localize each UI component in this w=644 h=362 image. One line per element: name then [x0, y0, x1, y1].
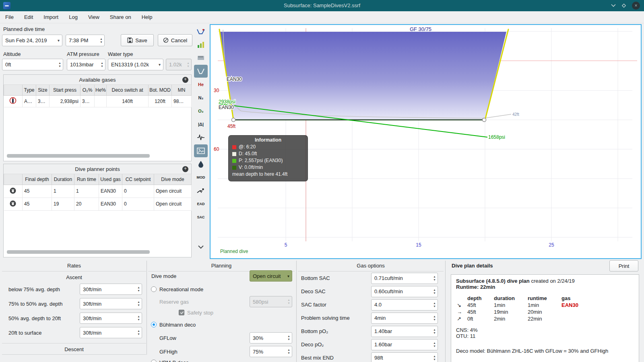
print-button[interactable]: Print — [609, 260, 638, 272]
dive-mode-combo[interactable]: Open circuit ▾ — [250, 270, 292, 282]
gas-size[interactable]: 3… — [36, 95, 50, 107]
profile-handle[interactable] — [232, 118, 235, 122]
gases-header[interactable]: Start press — [50, 85, 80, 95]
point-mode[interactable]: Open circuit — [154, 197, 192, 210]
deco-sac-spinner[interactable]: 0.60cuft/min▴▾ — [371, 286, 438, 297]
photos-icon[interactable] — [194, 144, 208, 157]
profile-handle[interactable] — [483, 118, 486, 122]
oxygen-graph-icon[interactable]: O₂ — [194, 105, 208, 117]
splitter-handle[interactable] — [147, 261, 147, 355]
menu-view[interactable]: View — [83, 14, 105, 20]
gases-header[interactable]: He% — [95, 85, 107, 95]
gas-o2[interactable]: 3… — [80, 95, 95, 107]
gases-header[interactable]: MN — [172, 85, 192, 95]
gases-header[interactable]: Bot. MOD — [149, 85, 172, 95]
points-header[interactable]: Final depth — [23, 174, 52, 185]
menu-import[interactable]: Import — [38, 14, 64, 20]
point-runtime[interactable]: 1 — [74, 185, 99, 197]
points-header[interactable]: Duration — [52, 174, 74, 185]
menu-share-on[interactable]: Share on — [105, 14, 136, 20]
water-type-combo[interactable]: EN13319 (1.02k ▾ — [108, 59, 163, 70]
gas-deco-switch[interactable]: 140ft — [107, 95, 149, 107]
dive-computer-icon[interactable] — [194, 25, 208, 38]
gas-bot-mod[interactable]: 120ft — [149, 95, 172, 107]
date-combo[interactable]: Sun Feb 24, 2019 ▾ — [2, 35, 62, 46]
collapse-chevron-icon[interactable] — [194, 241, 208, 253]
gases-header[interactable]: Size — [36, 85, 50, 95]
rate-spinner[interactable]: 30ft/min▴▾ — [80, 298, 142, 309]
bottom-sac-spinner[interactable]: 0.71cuft/min▴▾ — [371, 273, 438, 284]
point-depth[interactable]: 45 — [23, 185, 52, 197]
rate-spinner[interactable]: 30ft/min▴▾ — [80, 313, 142, 324]
dive-profile-chart[interactable]: GF 30/75 30 60 5 15 25 EAN30 2938psi EAN… — [210, 24, 642, 259]
gases-header[interactable]: Type — [23, 85, 36, 95]
rate-spinner[interactable]: 30ft/min▴▾ — [80, 284, 142, 295]
gas-type[interactable]: A… — [23, 95, 36, 107]
menu-help[interactable]: Help — [136, 14, 158, 20]
gas-start-press[interactable]: 2,938psi — [50, 95, 80, 107]
cylinder-icon[interactable] — [9, 97, 17, 104]
add-point-button[interactable]: + — [182, 166, 188, 172]
points-hscrollbar[interactable] — [7, 250, 150, 254]
gases-hscrollbar[interactable] — [7, 154, 150, 158]
altitude-spinner[interactable]: 0ft ▴▾ — [2, 59, 63, 70]
point-gas[interactable]: EAN30 — [99, 185, 122, 197]
vpmb-deco-radio[interactable] — [151, 360, 157, 362]
menu-file[interactable]: File — [0, 14, 19, 20]
gases-header[interactable]: Deco switch at — [107, 85, 149, 95]
planner-point-row[interactable]: 45 1 1 EAN30 0 Open circuit — [4, 185, 192, 197]
sac-icon[interactable]: SAC — [194, 211, 208, 224]
cancel-button[interactable]: Cancel — [158, 34, 192, 46]
sac-factor-spinner[interactable]: 4.0▴▾ — [371, 299, 438, 311]
ead-icon[interactable]: EAD — [194, 197, 208, 210]
splitter-handle[interactable] — [296, 261, 297, 362]
shade-icon[interactable] — [609, 2, 617, 10]
ink-drop-icon[interactable] — [194, 158, 208, 171]
menu-edit[interactable]: Edit — [19, 14, 38, 20]
gas-mnd[interactable]: 98… — [172, 95, 192, 107]
edit-dive-icon[interactable] — [194, 65, 208, 78]
add-gas-button[interactable]: + — [182, 77, 188, 83]
point-setpoint[interactable]: 0 — [122, 197, 154, 210]
best-mix-end-spinner[interactable]: 98ft▴▾ — [371, 352, 438, 362]
gas-row[interactable]: A… 3… 2,938psi 3… 140ft 120ft 98… — [4, 95, 192, 107]
titlebar[interactable]: Subsurface: SampleDivesV2.ssrf × — [0, 0, 644, 11]
point-duration[interactable]: 1 — [52, 185, 74, 197]
gfhigh-spinner[interactable]: 75% ▴▾ — [250, 346, 292, 357]
splitter-handle[interactable] — [445, 261, 446, 362]
recreational-mode-radio[interactable] — [151, 286, 157, 292]
point-depth[interactable]: 45 — [23, 197, 52, 210]
rate-spinner[interactable]: 30ft/min▴▾ — [80, 327, 142, 338]
tissue-ruler-icon[interactable] — [194, 51, 208, 64]
keep-above-icon[interactable] — [620, 2, 628, 10]
gases-header[interactable]: O₂% — [80, 85, 95, 95]
point-duration[interactable]: 19 — [52, 197, 74, 210]
time-spinner[interactable]: 7:38 PM ▴▾ — [66, 35, 105, 46]
heart-rate-icon[interactable] — [194, 131, 208, 144]
scale-icon[interactable] — [194, 38, 208, 51]
close-icon[interactable]: × — [632, 2, 640, 10]
delete-point-icon[interactable] — [10, 187, 16, 194]
point-runtime[interactable]: 20 — [74, 197, 99, 210]
deco-po2-spinner[interactable]: 1.60bar▴▾ — [371, 339, 438, 350]
gas-delta-icon[interactable]: |Δ| — [194, 118, 208, 131]
points-header[interactable]: Run time — [74, 174, 99, 185]
atm-pressure-spinner[interactable]: 1013mbar ▴▾ — [67, 59, 105, 70]
buhlmann-deco-radio[interactable] — [151, 322, 157, 327]
point-mode[interactable]: Open circuit — [154, 185, 192, 197]
gas-he[interactable] — [95, 95, 107, 107]
point-gas[interactable]: EAN30 — [99, 197, 122, 210]
menu-log[interactable]: Log — [64, 14, 83, 20]
delete-point-icon[interactable] — [10, 200, 16, 207]
gflow-spinner[interactable]: 30% ▴▾ — [250, 332, 292, 343]
mod-icon[interactable]: MOD — [194, 171, 208, 184]
information-tooltip[interactable]: Information @: 6:20 D: 45.0ft P: 2,557ps… — [228, 135, 308, 181]
nitrogen-graph-icon[interactable]: N₂ — [194, 91, 208, 104]
diver-icon[interactable] — [194, 184, 208, 197]
save-button[interactable]: Save — [121, 34, 154, 46]
bottom-po2-spinner[interactable]: 1.40bar▴▾ — [371, 326, 438, 337]
points-header[interactable]: Used gas — [99, 174, 122, 185]
points-header[interactable]: CC setpoint — [122, 174, 154, 185]
points-header[interactable]: Dive mode — [154, 174, 192, 185]
point-setpoint[interactable]: 0 — [122, 185, 154, 197]
